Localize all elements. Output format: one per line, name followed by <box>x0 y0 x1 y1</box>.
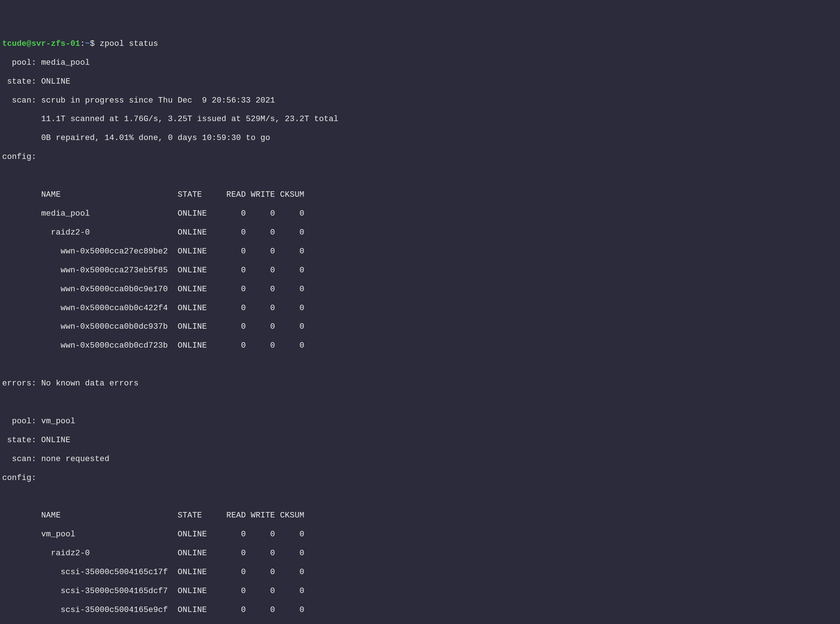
table-row: raidz2-0 ONLINE 0 0 0 <box>2 228 838 238</box>
pool1-state-line: state: ONLINE <box>2 77 838 86</box>
scan-text: scrub in progress since Thu Dec 9 20:56:… <box>41 96 275 105</box>
pool2-state-line: state: ONLINE <box>2 436 838 445</box>
table-row: wwn-0x5000cca27ec89be2 ONLINE 0 0 0 <box>2 247 838 256</box>
scan-value: none requested <box>41 454 110 463</box>
state-value: ONLINE <box>41 77 70 86</box>
table-row: raidz2-0 ONLINE 0 0 0 <box>2 549 838 558</box>
pool1-pool-line: pool: media_pool <box>2 58 838 68</box>
pool-label: pool: <box>2 417 41 426</box>
table-row: wwn-0x5000cca273eb5f85 ONLINE 0 0 0 <box>2 266 838 275</box>
scan-label: scan: <box>2 454 41 463</box>
prompt-dollar: $ <box>90 39 100 48</box>
pool-label: pool: <box>2 58 41 67</box>
pool2-header: NAME STATE READ WRITE CKSUM <box>2 511 838 521</box>
table-row: wwn-0x5000cca0b0dc937b ONLINE 0 0 0 <box>2 322 838 332</box>
pool1-scan-line2: 11.1T scanned at 1.76G/s, 3.25T issued a… <box>2 114 838 124</box>
prompt-line-1[interactable]: tcude@svr-zfs-01:~$ zpool status <box>2 39 838 49</box>
prompt-colon: : <box>80 39 85 48</box>
table-row: wwn-0x5000cca0b0cd723b ONLINE 0 0 0 <box>2 341 838 351</box>
table-row: scsi-35000c5004165e9cf ONLINE 0 0 0 <box>2 605 838 615</box>
pool-name: media_pool <box>41 58 90 67</box>
command-text: zpool status <box>100 39 158 48</box>
errors-label: errors: <box>2 379 41 388</box>
table-row: scsi-35000c5004165c17f ONLINE 0 0 0 <box>2 568 838 577</box>
pool1-header: NAME STATE READ WRITE CKSUM <box>2 190 838 200</box>
blank-line <box>2 493 838 502</box>
pool1-config-label: config: <box>2 152 838 162</box>
pool2-config-label: config: <box>2 473 838 483</box>
table-row: media_pool ONLINE 0 0 0 <box>2 209 838 219</box>
blank-line <box>2 360 838 369</box>
table-row: wwn-0x5000cca0b0c9e170 ONLINE 0 0 0 <box>2 285 838 294</box>
blank-line <box>2 171 838 181</box>
pool1-errors-line: errors: No known data errors <box>2 379 838 388</box>
state-label: state: <box>2 436 41 445</box>
errors-value: No known data errors <box>41 379 139 388</box>
pool2-scan-line: scan: none requested <box>2 454 838 464</box>
pool1-scan-line1: scan: scrub in progress since Thu Dec 9 … <box>2 96 838 105</box>
pool2-pool-line: pool: vm_pool <box>2 417 838 426</box>
scan-label: scan: <box>2 96 41 105</box>
table-row: scsi-35000c5004165dcf7 ONLINE 0 0 0 <box>2 587 838 596</box>
state-label: state: <box>2 77 41 86</box>
pool-name: vm_pool <box>41 417 75 426</box>
prompt-user-host: tcude@svr-zfs-01 <box>2 39 80 48</box>
prompt-path: ~ <box>85 39 90 48</box>
table-row: wwn-0x5000cca0b0c422f4 ONLINE 0 0 0 <box>2 304 838 313</box>
state-value: ONLINE <box>41 436 70 445</box>
blank-line <box>2 398 838 407</box>
table-row: vm_pool ONLINE 0 0 0 <box>2 530 838 539</box>
pool1-scan-line3: 0B repaired, 14.01% done, 0 days 10:59:3… <box>2 133 838 143</box>
